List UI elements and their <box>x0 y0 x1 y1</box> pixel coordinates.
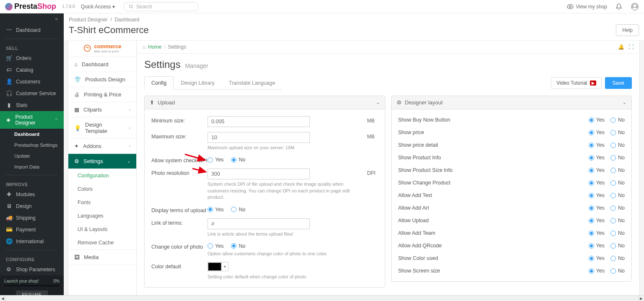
module-sub-languages[interactable]: Languages <box>68 209 136 223</box>
radio-no[interactable]: No <box>610 117 625 123</box>
input-max-size[interactable] <box>208 132 310 143</box>
input-link-terms[interactable] <box>208 218 310 229</box>
radio-no[interactable]: No <box>610 268 625 274</box>
sidebar-item-payment[interactable]: 💳Payment <box>0 224 64 236</box>
radio-yes[interactable]: Yes <box>589 155 605 161</box>
sidebar-item-stats[interactable]: ▮Stats <box>0 99 64 111</box>
profile-icon[interactable] <box>631 3 639 11</box>
radio-terms-no[interactable]: No <box>231 207 245 213</box>
module-item-products[interactable]: 👕Products Design <box>68 72 136 87</box>
tab-translate[interactable]: Translate Language <box>222 76 283 89</box>
view-shop-link[interactable]: View my shop <box>567 3 607 10</box>
main-sidebar: « 〰Dashboard SELL 🛒Orders 🏷Catalog 👤Cust… <box>0 13 64 301</box>
radio-no[interactable]: No <box>610 130 625 135</box>
radio-yes[interactable]: Yes <box>589 130 605 135</box>
radio-yes[interactable]: Yes <box>589 142 605 148</box>
module-item-template[interactable]: 💡Design Template‹ <box>68 117 136 139</box>
module-item-media[interactable]: 🖼Media <box>68 249 136 265</box>
radio-no[interactable]: No <box>610 255 625 261</box>
radio-yes[interactable]: Yes <box>589 117 605 123</box>
module-item-dashboard[interactable]: ⌂Dashboard <box>68 57 136 72</box>
video-tutorial-button[interactable]: Video Tutorial▶ <box>551 77 601 89</box>
radio-no[interactable]: No <box>610 155 625 161</box>
module-sub-colors[interactable]: Colors <box>68 182 136 196</box>
radio-yes[interactable]: Yes <box>589 192 605 198</box>
save-button[interactable]: Save <box>605 77 632 89</box>
horizontal-scrollbar[interactable]: ◀ ▶ <box>0 295 644 301</box>
radio-no[interactable]: No <box>610 230 625 236</box>
module-sub-remove-cache[interactable]: Remove Cache <box>68 236 136 249</box>
quick-access-menu[interactable]: Quick Access ▾ <box>81 4 115 10</box>
radio-no[interactable]: No <box>610 142 625 148</box>
radio-yes[interactable]: Yes <box>589 180 605 186</box>
sidebar-item-customer-service[interactable]: 🎧Customer Service <box>0 88 64 99</box>
sidebar-sub-presta-settings[interactable]: Prestashop Settings <box>0 140 64 150</box>
radio-yes[interactable]: Yes <box>589 268 605 274</box>
sidebar-item-orders[interactable]: 🛒Orders <box>0 52 64 64</box>
radio-yes[interactable]: Yes <box>589 167 605 173</box>
tab-design-library[interactable]: Design Library <box>174 76 222 89</box>
radio-yes[interactable]: Yes <box>589 255 605 261</box>
version-label: 1.7.8.0 <box>62 4 75 9</box>
label-dpi-check: Allow system check DPI <box>151 156 208 163</box>
label-min-size: Minimum size: <box>151 116 208 124</box>
tab-config[interactable]: Config <box>144 76 174 90</box>
module-sub-ui[interactable]: UI & Layouts <box>68 223 136 236</box>
fullscreen-icon[interactable]: ⛶ <box>628 44 634 50</box>
radio-dpi-no[interactable]: No <box>231 157 245 163</box>
sidebar-item-international[interactable]: 🌐International <box>0 236 64 247</box>
color-picker[interactable]: ▾ <box>208 262 229 271</box>
module-sub-fonts[interactable]: Fonts <box>68 196 136 209</box>
radio-no[interactable]: No <box>610 243 625 249</box>
radio-yes[interactable]: Yes <box>589 243 605 249</box>
radio-no[interactable]: No <box>610 218 625 223</box>
sidebar-item-modules[interactable]: ✚Modules <box>0 189 64 200</box>
radio-no[interactable]: No <box>610 205 625 211</box>
radio-color-yes[interactable]: Yes <box>208 243 223 249</box>
input-photo-res[interactable] <box>208 169 310 179</box>
help-button[interactable]: Help <box>616 24 639 36</box>
layout-label: Show Buy Now Button <box>398 117 589 123</box>
sidebar-sub-update[interactable]: Update <box>0 150 64 161</box>
dashboard-icon: 〰 <box>6 27 12 33</box>
sidebar-item-design[interactable]: 🖥Design <box>0 200 64 212</box>
truck-icon: 🚚 <box>6 215 12 221</box>
sidebar-item-catalog[interactable]: 🏷Catalog <box>0 64 64 76</box>
radio-yes[interactable]: Yes <box>589 205 605 211</box>
sidebar-item-dashboard[interactable]: 〰Dashboard <box>0 24 64 36</box>
catalog-icon: 🏷 <box>6 67 12 73</box>
bell-icon[interactable] <box>615 3 623 11</box>
panel-layout-head[interactable]: ⚙ Designer layout ⌄ <box>392 96 632 109</box>
radio-no[interactable]: No <box>610 180 625 186</box>
sidebar-item-product-designer[interactable]: ◈Product Designer⌃ <box>0 111 64 129</box>
collapse-sidebar-icon[interactable]: « <box>0 13 64 24</box>
scroll-right-icon[interactable]: ▶ <box>638 296 644 301</box>
scroll-left-icon[interactable]: ◀ <box>0 296 6 301</box>
radio-no[interactable]: No <box>610 167 625 173</box>
svg-point-4 <box>634 4 636 7</box>
sidebar-sub-dashboard[interactable]: Dashboard <box>0 129 64 140</box>
sidebar-sub-import[interactable]: Import Data <box>0 161 64 172</box>
module-item-printing[interactable]: 🖨Printing & Price <box>68 87 136 102</box>
radio-color-no[interactable]: No <box>231 243 245 249</box>
chevron-down-icon: ▾ <box>112 4 115 10</box>
radio-terms-yes[interactable]: Yes <box>208 207 223 213</box>
chevron-down-icon: ⌄ <box>376 100 380 105</box>
logo[interactable]: PrestaShop <box>5 2 56 11</box>
radio-no[interactable]: No <box>610 192 625 198</box>
sidebar-item-shop-parameters[interactable]: ⚙Shop Parameters <box>0 264 64 275</box>
search-input[interactable]: Search <box>123 2 199 11</box>
bc-home-link[interactable]: Home <box>148 44 161 50</box>
radio-yes[interactable]: Yes <box>589 218 605 223</box>
radio-yes[interactable]: Yes <box>589 230 605 236</box>
module-item-addons[interactable]: ✦Addons‹ <box>68 139 136 154</box>
notification-icon[interactable]: 🔔 <box>618 44 624 50</box>
module-sub-configuration[interactable]: Configuration <box>68 169 136 182</box>
panel-upload-head[interactable]: ⬆ Upload ⌄ <box>145 96 385 109</box>
module-item-settings[interactable]: ⚙Settings⌄ <box>68 154 136 169</box>
sidebar-item-shipping[interactable]: 🚚Shipping <box>0 212 64 224</box>
radio-dpi-yes[interactable]: Yes <box>208 157 223 163</box>
module-item-cliparts[interactable]: ▦Cliparts‹ <box>68 102 136 117</box>
sidebar-item-customers[interactable]: 👤Customers <box>0 76 64 88</box>
input-min-size[interactable] <box>208 116 310 127</box>
